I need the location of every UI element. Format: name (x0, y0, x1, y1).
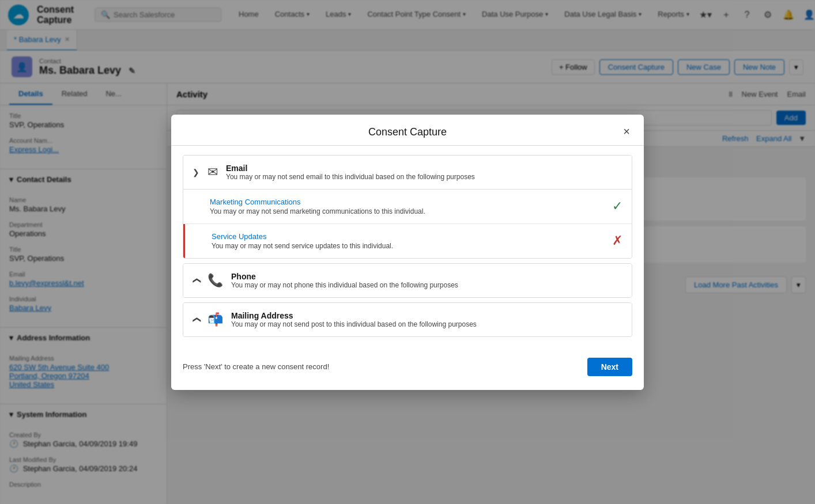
modal-footer-actions: Next (587, 358, 632, 376)
modal-title: Consent Capture (368, 126, 447, 138)
consent-section-mailing: ❯ 📬 Mailing Address You may or may not s… (183, 302, 632, 337)
email-icon: ✉ (207, 165, 218, 180)
email-chevron-icon: ❯ (193, 168, 199, 177)
modal-overlay: Consent Capture × ❯ ✉ Email You may or m… (0, 0, 815, 504)
mailing-icon: 📬 (207, 312, 223, 327)
mailing-section-header[interactable]: ❯ 📬 Mailing Address You may or may not s… (183, 303, 632, 336)
email-section-header[interactable]: ❯ ✉ Email You may or may not send email … (183, 156, 632, 189)
granted-checkmark-icon: ✓ (612, 199, 622, 214)
email-section-info: Email You may or may not send email to t… (226, 164, 475, 181)
phone-section-info: Phone You may or may not phone this indi… (231, 272, 458, 289)
modal-header: Consent Capture × (171, 115, 644, 146)
consent-capture-modal: Consent Capture × ❯ ✉ Email You may or m… (171, 115, 644, 390)
denied-x-icon: ✗ (612, 233, 622, 248)
mailing-section-info: Mailing Address You may or may not send … (231, 311, 477, 328)
mailing-chevron-icon: ❯ (191, 316, 201, 323)
phone-section-header[interactable]: ❯ 📞 Phone You may or may not phone this … (183, 264, 632, 297)
marketing-communications-item: Marketing Communications You may or may … (183, 190, 632, 224)
service-updates-item: Service Updates You may or may not send … (183, 224, 632, 258)
email-consent-items: Marketing Communications You may or may … (183, 189, 632, 258)
next-button[interactable]: Next (587, 358, 632, 376)
modal-close-button[interactable]: × (618, 124, 635, 140)
modal-body: ❯ ✉ Email You may or may not send email … (171, 146, 644, 351)
phone-chevron-icon: ❯ (191, 277, 201, 284)
phone-icon: 📞 (207, 273, 223, 288)
service-updates-info: Service Updates You may or may not send … (212, 232, 612, 250)
marketing-comm-info: Marketing Communications You may or may … (210, 198, 612, 215)
consent-section-phone: ❯ 📞 Phone You may or may not phone this … (183, 263, 632, 298)
modal-hint-text: Press 'Next' to create a new consent rec… (183, 362, 329, 371)
modal-footer: Press 'Next' to create a new consent rec… (171, 351, 644, 378)
consent-section-email: ❯ ✉ Email You may or may not send email … (183, 155, 632, 259)
